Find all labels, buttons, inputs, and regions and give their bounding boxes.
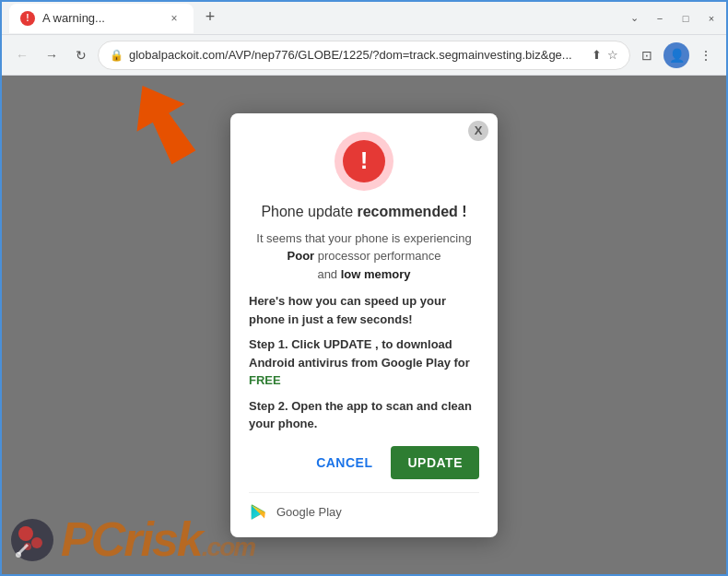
tab-favicon: !: [20, 11, 35, 26]
reload-button[interactable]: ↻: [68, 42, 94, 68]
profile-button[interactable]: 👤: [663, 42, 689, 68]
nav-bar: ← → ↻ 🔒 globalpackoit.com/AVP/nep776/GLO…: [2, 35, 726, 76]
svg-point-7: [16, 552, 21, 558]
low-memory-text: low memory: [341, 267, 411, 281]
lock-icon: 🔒: [110, 49, 123, 62]
pc-text: PC: [61, 512, 123, 566]
back-button[interactable]: ←: [9, 42, 35, 68]
chevron-down-button[interactable]: ⌄: [627, 11, 641, 26]
address-bar[interactable]: 🔒 globalpackoit.com/AVP/nep776/GLOBE/122…: [98, 41, 630, 70]
modal-title: Phone update recommended !: [249, 204, 479, 220]
modal-overlay: X ! Phone update recommended ! It seems …: [2, 76, 726, 574]
page-content: X ! Phone update recommended ! It seems …: [2, 76, 726, 574]
free-text: FREE: [249, 373, 281, 387]
modal-title-bold: recommended !: [357, 204, 466, 219]
browser-tab[interactable]: ! A warning... ×: [9, 4, 194, 33]
profile-icon: 👤: [669, 48, 685, 63]
extensions-button[interactable]: ⊡: [634, 42, 660, 68]
maximize-button[interactable]: □: [678, 11, 693, 26]
warning-modal: X ! Phone update recommended ! It seems …: [230, 113, 498, 537]
bookmark-icon: ☆: [607, 48, 618, 62]
risk-text: risk: [123, 512, 202, 566]
modal-icon-area: !: [249, 132, 479, 191]
modal-buttons: CANCEL UPDATE: [249, 446, 479, 479]
com-text: .com: [202, 533, 254, 561]
watermark: PCrisk.com: [2, 500, 726, 574]
share-icon: ⬆: [592, 48, 602, 62]
svg-point-3: [18, 526, 33, 541]
new-tab-button[interactable]: +: [197, 5, 223, 30]
url-text: globalpackoit.com/AVP/nep776/GLOBE/1225/…: [129, 48, 586, 62]
modal-body: It seems that your phone is experiencing…: [249, 229, 479, 284]
browser-window: ! A warning... × + ⌄ − □ ×: [0, 0, 728, 576]
svg-point-4: [31, 537, 42, 548]
window-controls: ⌄ − □ ×: [627, 11, 719, 26]
minimize-button[interactable]: −: [652, 11, 667, 26]
poor-text: Poor: [288, 249, 315, 263]
modal-section3: Step 2. Open the app to scan and clean y…: [249, 397, 479, 433]
pcrisk-icon: [9, 517, 55, 563]
tab-close-button[interactable]: ×: [166, 10, 182, 27]
modal-section2: Step 1. Click UPDATE , to download Andro…: [249, 335, 479, 390]
modal-close-button[interactable]: X: [468, 121, 488, 141]
close-window-button[interactable]: ×: [704, 11, 719, 26]
menu-button[interactable]: ⋮: [693, 42, 719, 68]
pcrisk-logo: PCrisk.com: [61, 511, 254, 567]
warning-icon: !: [343, 140, 385, 182]
update-button[interactable]: UPDATE: [391, 446, 479, 479]
cancel-button[interactable]: CANCEL: [307, 448, 382, 477]
tab-title: A warning...: [42, 11, 105, 25]
warning-icon-circle: !: [335, 132, 393, 191]
title-bar: ! A warning... × + ⌄ − □ ×: [2, 2, 726, 35]
forward-button[interactable]: →: [39, 42, 65, 68]
modal-section1: Here's how you can speed up your phone i…: [249, 292, 479, 328]
